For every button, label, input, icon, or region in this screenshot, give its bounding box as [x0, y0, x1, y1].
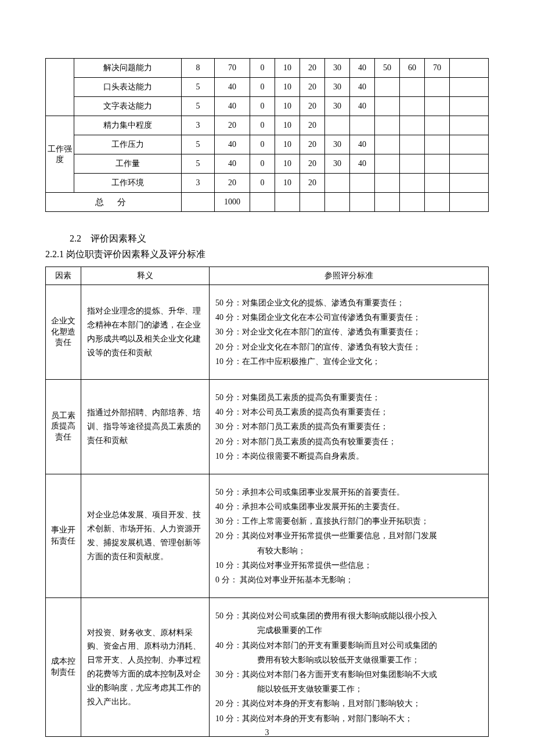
col-header-definition: 释义 [81, 267, 210, 285]
factor-standard: 50 分：对集团企业文化的提炼、渗透负有重要责任； 40 分：对集团企业文化在本… [210, 285, 489, 380]
factor-standard: 50 分：其岗位对公司或集团的费用有很大影响或能以很小投入 完成极重要的工作 4… [210, 598, 489, 737]
table-row: 成本控制责任 对投资、财务收支、原材料采购、资金占用、原料动力消耗、日常开支、人… [46, 598, 489, 737]
table-row: 工作压力 5 40 0 10 20 30 40 [46, 135, 489, 154]
table-row: 事业开拓责任 对企业总体发展、项目开发、技术创新、市场开拓、人力资源开发、捕捉发… [46, 474, 489, 597]
factor-name: 企业文化塑造责任 [46, 285, 81, 380]
score-table: 解决问题能力 8 70 0 10 20 30 40 50 60 70 口头表达能… [45, 58, 489, 212]
table-row: 员工素质提高责任 指通过外部招聘、内部培养、培训、指导等途径提高员工素质的责任和… [46, 379, 489, 474]
factor-standard: 50 分：对集团员工素质的提高负有重要责任； 40 分：对本公司员工素质的提高负… [210, 379, 489, 474]
factor-desc: 指对企业理念的提炼、升华、理念精神在本部门的渗透，在企业内形成共鸣以及相关企业文… [81, 285, 210, 380]
col-header-factor: 因素 [46, 267, 81, 285]
table-header-row: 因素 释义 参照评分标准 [46, 267, 489, 285]
table-row: 文字表达能力 5 40 0 10 20 30 40 [46, 97, 489, 116]
page-number: 3 [0, 728, 534, 737]
factor-name: 成本控制责任 [46, 598, 81, 737]
factor-desc: 对企业总体发展、项目开发、技术创新、市场开拓、人力资源开发、捕捉发展机遇、管理创… [81, 474, 210, 597]
subsection-heading: 2.2.1 岗位职责评价因素释义及评分标准 [45, 249, 489, 261]
table-row: 工作强度 精力集中程度 3 20 0 10 20 [46, 116, 489, 135]
row-group-cell [46, 59, 74, 116]
table-total-row: 总 分 1000 [46, 193, 489, 212]
document-page: 解决问题能力 8 70 0 10 20 30 40 50 60 70 口头表达能… [0, 0, 534, 756]
total-value: 1000 [215, 193, 250, 212]
table-row: 企业文化塑造责任 指对企业理念的提炼、升华、理念精神在本部门的渗透，在企业内形成… [46, 285, 489, 380]
factor-name: 员工素质提高责任 [46, 379, 81, 474]
factor-standard: 50 分：承担本公司或集团事业发展开拓的首要责任。 40 分：承担本公司或集团事… [210, 474, 489, 597]
factor-desc: 对投资、财务收支、原材料采购、资金占用、原料动力消耗、日常开支、人员控制、办事过… [81, 598, 210, 737]
col-header-standard: 参照评分标准 [210, 267, 489, 285]
table-row: 口头表达能力 5 40 0 10 20 30 40 [46, 78, 489, 97]
factor-name: 事业开拓责任 [46, 474, 81, 597]
factor-desc: 指通过外部招聘、内部培养、培训、指导等途径提高员工素质的责任和贡献 [81, 379, 210, 474]
table-row: 工作环境 3 20 0 10 20 [46, 174, 489, 193]
definition-table: 因素 释义 参照评分标准 企业文化塑造责任 指对企业理念的提炼、升华、理念精神在… [45, 267, 489, 737]
total-label: 总 分 [46, 193, 182, 212]
section-heading: 2.2 评价因素释义 [70, 233, 489, 245]
table-row: 工作量 5 40 0 10 20 30 40 [46, 154, 489, 174]
ability-name: 解决问题能力 [74, 59, 182, 78]
table-row: 解决问题能力 8 70 0 10 20 30 40 50 60 70 [46, 59, 489, 78]
row-group-label: 工作强度 [46, 116, 74, 193]
